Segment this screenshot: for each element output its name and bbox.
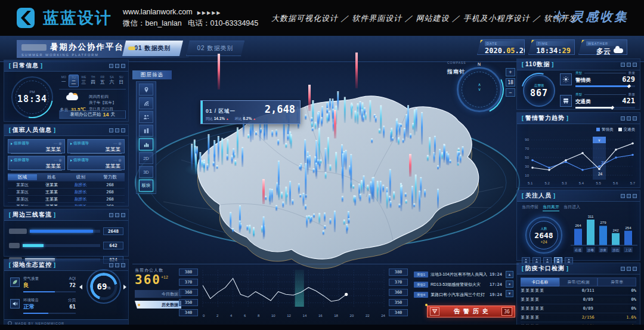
expand-icon[interactable] bbox=[121, 213, 125, 217]
close-icon[interactable]: ⊗ bbox=[118, 158, 122, 163]
flow-row: 642 bbox=[4, 242, 128, 249]
checkpoint-row[interactable]: 某某某某0/890% bbox=[521, 295, 636, 304]
weekday-cell[interactable]: SU日 bbox=[116, 75, 126, 87]
duty-card[interactable]: 值班领导⋯⊗某某某 bbox=[8, 139, 65, 153]
duty-column-2[interactable]: 级别 bbox=[66, 174, 95, 180]
svg-text:24: 24 bbox=[598, 172, 603, 176]
window-icon[interactable] bbox=[627, 267, 631, 271]
date-label: DATE bbox=[485, 41, 521, 46]
minimize-icon[interactable] bbox=[109, 263, 113, 267]
svg-text:∨: ∨ bbox=[598, 138, 600, 142]
expand-icon[interactable] bbox=[633, 116, 637, 121]
close-icon[interactable]: ⊗ bbox=[58, 141, 62, 146]
compass[interactable]: COMPASS指南针 N ∧∨ bbox=[448, 63, 503, 118]
partly-cloudy-icon bbox=[66, 95, 79, 101]
checkpoint-row[interactable]: 某某某某2/2681.6% bbox=[521, 322, 636, 330]
window-icon[interactable] bbox=[115, 263, 119, 267]
duty-row[interactable]: 某某区王某某副所长268 bbox=[8, 196, 125, 203]
x-tick: 8 bbox=[258, 314, 259, 317]
duty-card[interactable]: 值班领导⋯⊗某某某 bbox=[67, 156, 125, 170]
alert-row[interactable]: 类型4某路口有小汽车连闯三个红灯19:24 bbox=[414, 291, 502, 298]
site-url[interactable]: www.lanlanwork.com bbox=[123, 8, 193, 16]
censored-block bbox=[21, 44, 47, 51]
weekday-cell[interactable]: MO一 bbox=[59, 75, 69, 87]
weekday-cell[interactable]: TU二 bbox=[69, 75, 79, 87]
duty-column-3[interactable]: 警力数 bbox=[95, 174, 125, 180]
history-data-button[interactable]: 历史数据 bbox=[135, 301, 181, 309]
layer-button-building[interactable] bbox=[139, 125, 153, 137]
checkpoint-column-2[interactable]: 异常率 bbox=[597, 277, 636, 286]
x-tick: 0 bbox=[203, 314, 205, 317]
minimize-icon[interactable] bbox=[109, 64, 113, 68]
layer-button-team[interactable] bbox=[139, 111, 153, 123]
window-icon[interactable] bbox=[115, 64, 119, 68]
duty-row[interactable]: 某某区王某某副所长268 bbox=[8, 189, 125, 196]
y-axis-box: 360 bbox=[389, 289, 408, 296]
weekday-cell[interactable]: WE三 bbox=[79, 75, 88, 87]
next-icon[interactable] bbox=[123, 285, 126, 289]
checkpoint-column-0[interactable]: 卡口名称 bbox=[521, 277, 559, 286]
svg-text:90: 90 bbox=[525, 138, 529, 141]
x-tick: 6 bbox=[244, 314, 246, 317]
zoom-out-button[interactable]: − bbox=[506, 88, 515, 97]
layer-button-3d[interactable]: 3D bbox=[139, 166, 153, 178]
alert-row[interactable]: 类型1湿地3-104片区有不明人员闯入19:24 bbox=[414, 271, 502, 278]
y-axis-box: 350 bbox=[179, 299, 198, 306]
weekday-cell[interactable]: TH四 bbox=[88, 75, 98, 87]
duty-row[interactable]: 某某区张某某副所长268 bbox=[8, 181, 125, 189]
window-icon[interactable] bbox=[627, 63, 631, 67]
layer-button-block[interactable]: 板块 bbox=[139, 180, 153, 192]
duty-card[interactable]: 值班领导⋯⊗某某某 bbox=[67, 139, 125, 153]
checkpoint-row[interactable]: 某某某某某0/3110% bbox=[521, 286, 636, 295]
minimize-icon[interactable] bbox=[621, 267, 625, 271]
minimize-icon[interactable] bbox=[621, 116, 625, 121]
focus-tab-0[interactable]: 当日停留 bbox=[522, 204, 538, 211]
scroll-down-icon[interactable]: ▼ bbox=[506, 290, 513, 297]
layer-button-signal[interactable] bbox=[139, 97, 153, 109]
alert-history-banner[interactable]: 告警历史 36 bbox=[427, 306, 515, 317]
checkpoint-row[interactable]: 某某某某2/1561.6% bbox=[521, 313, 636, 322]
layer-button-2d[interactable]: 2D bbox=[139, 152, 153, 164]
scroll-dot-icon[interactable]: ● bbox=[506, 280, 513, 288]
svg-text:涉恐: 涉恐 bbox=[612, 248, 620, 252]
scroll-up-icon[interactable]: ▲ bbox=[506, 271, 513, 278]
duty-name: 某某某 bbox=[11, 163, 62, 171]
focus-tab-1[interactable]: 当日离开 bbox=[543, 204, 559, 211]
window-icon[interactable] bbox=[115, 213, 119, 217]
close-icon[interactable]: ⊗ bbox=[118, 141, 122, 146]
collect-link[interactable]: 灵感收集 bbox=[552, 8, 628, 25]
today-data-button[interactable]: 今日数据 bbox=[135, 290, 181, 298]
checkpoint-column-1[interactable]: 异常/已检测 bbox=[559, 277, 598, 286]
window-icon[interactable] bbox=[115, 128, 119, 132]
alert-row[interactable]: 类型2RD13-53烟感报警疑似火灾17:24 bbox=[414, 281, 502, 288]
minimize-icon[interactable] bbox=[109, 213, 113, 217]
window-icon[interactable] bbox=[627, 116, 631, 121]
expand-icon[interactable] bbox=[633, 194, 637, 198]
duty-column-1[interactable]: 姓名 bbox=[37, 174, 66, 180]
expand-icon[interactable] bbox=[121, 128, 125, 132]
logo[interactable]: 蓝蓝设计 bbox=[16, 7, 112, 29]
zoom-in-button[interactable]: + bbox=[506, 68, 515, 76]
layer-button-camera[interactable] bbox=[139, 84, 153, 95]
minimize-icon[interactable] bbox=[109, 128, 113, 132]
checkpoint-row[interactable]: 某某某某某0/890% bbox=[521, 304, 636, 313]
site-header: 蓝蓝设计 www.lanlanwork.com▶▶▶▶▶ 微信：ben_lanl… bbox=[0, 0, 644, 36]
duty-column-0[interactable]: 区域 bbox=[8, 174, 37, 180]
close-icon[interactable]: ⊗ bbox=[58, 158, 62, 163]
window-icon[interactable] bbox=[627, 194, 631, 198]
svg-text:30: 30 bbox=[525, 165, 529, 168]
minimize-icon[interactable] bbox=[621, 194, 625, 198]
expand-icon[interactable] bbox=[121, 64, 125, 68]
weekday-cell[interactable]: SA六 bbox=[107, 75, 117, 87]
minimize-icon[interactable] bbox=[621, 63, 625, 67]
expand-icon[interactable] bbox=[121, 263, 125, 267]
censored-label bbox=[9, 243, 20, 248]
duty-row[interactable]: 某某区张某某副所长268 bbox=[8, 203, 125, 206]
layer-button-bar-chart[interactable] bbox=[139, 138, 153, 150]
weekday-cell[interactable]: FR五 bbox=[98, 75, 107, 87]
y-axis-box: 340 bbox=[389, 309, 408, 316]
expand-icon[interactable] bbox=[633, 267, 637, 271]
prev-icon[interactable] bbox=[79, 285, 82, 289]
duty-card[interactable]: 值班领导⋯⊗某某某 bbox=[8, 156, 65, 170]
expand-icon[interactable] bbox=[633, 63, 637, 67]
